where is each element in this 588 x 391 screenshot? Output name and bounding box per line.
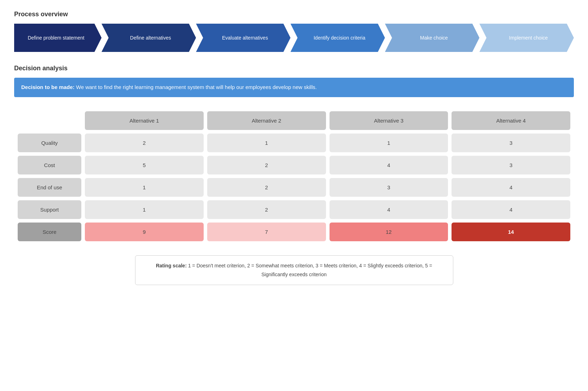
row-label-1: Quality: [18, 134, 81, 152]
rating-scale-text: 1 = Doesn't meet criterion, 2 = Somewhat…: [188, 263, 432, 277]
rating-scale-label: Rating scale:: [156, 263, 187, 268]
table-row: End of use1234: [18, 178, 570, 197]
cell-4-3: 4: [330, 200, 448, 219]
column-header-1: Alternative 1: [85, 111, 204, 130]
cell-1-1: 2: [85, 134, 204, 152]
score-label: Score: [18, 223, 81, 241]
cell-1-3: 1: [330, 134, 448, 152]
row-label-2: Cost: [18, 156, 81, 174]
process-step-2: Define alternatives: [101, 24, 196, 52]
table-row: Cost5243: [18, 156, 570, 174]
cell-3-1: 1: [85, 178, 204, 197]
cell-1-2: 1: [207, 134, 326, 152]
score-cell-4: 14: [452, 223, 570, 241]
cell-4-4: 4: [452, 200, 570, 219]
column-header-4: Alternative 4: [452, 111, 570, 130]
score-row: Score971214: [18, 223, 570, 241]
process-title: Process overview: [14, 11, 574, 18]
cell-3-3: 3: [330, 178, 448, 197]
cell-4-1: 1: [85, 200, 204, 219]
cell-2-2: 2: [207, 156, 326, 174]
cell-4-2: 2: [207, 200, 326, 219]
decision-text: We want to find the right learning manag…: [76, 84, 317, 90]
row-label-4: Support: [18, 200, 81, 219]
score-cell-1: 9: [85, 223, 204, 241]
process-step-1: Define problem statement: [14, 24, 101, 52]
column-header-2: Alternative 2: [207, 111, 326, 130]
cell-2-1: 5: [85, 156, 204, 174]
rating-scale-box: Rating scale: 1 = Doesn't meet criterion…: [135, 255, 453, 285]
row-label-3: End of use: [18, 178, 81, 197]
process-step-3: Evaluate alternatives: [196, 24, 290, 52]
process-step-4: Identify decision criteria: [291, 24, 385, 52]
cell-3-2: 2: [207, 178, 326, 197]
cell-2-4: 3: [452, 156, 570, 174]
table-row: Quality2113: [18, 134, 570, 152]
score-cell-3: 12: [330, 223, 448, 241]
process-step-6: Implement choice: [479, 24, 574, 52]
decision-statement: Decision to be made: We want to find the…: [14, 78, 574, 97]
cell-3-4: 4: [452, 178, 570, 197]
decision-title: Decision analysis: [14, 65, 574, 72]
analysis-table: Alternative 1Alternative 2Alternative 3A…: [14, 108, 574, 245]
column-header-3: Alternative 3: [330, 111, 448, 130]
cell-1-4: 3: [452, 134, 570, 152]
cell-2-3: 4: [330, 156, 448, 174]
table-row: Support1244: [18, 200, 570, 219]
decision-label: Decision to be made:: [21, 84, 75, 90]
process-step-5: Make choice: [385, 24, 479, 52]
process-flow: Define problem statementDefine alternati…: [14, 24, 574, 52]
score-cell-2: 7: [207, 223, 326, 241]
